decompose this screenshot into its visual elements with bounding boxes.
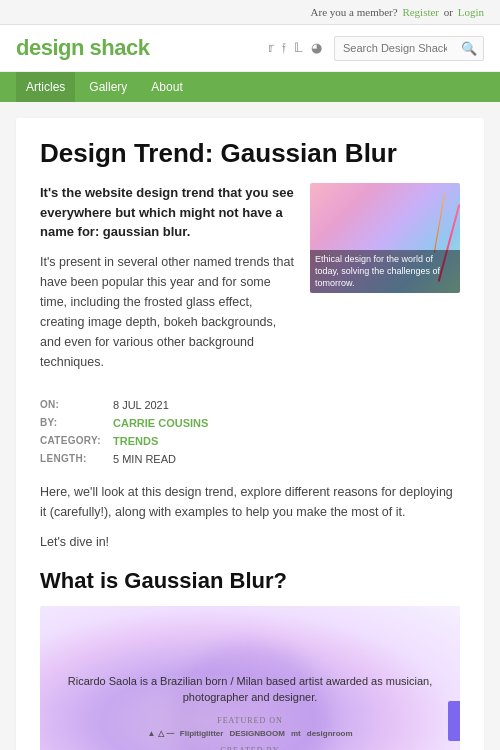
- header-right: 𝕣 𝔣 𝕃 ◕ 🔍: [268, 36, 484, 61]
- search-box[interactable]: 🔍: [334, 36, 484, 61]
- meta-row-by: BY: CARRIE COUSINS: [40, 414, 460, 432]
- section1-heading: What is Gaussian Blur?: [40, 568, 460, 594]
- logo-part2: shack: [90, 35, 150, 60]
- content-wrapper: Design Trend: Gaussian Blur It's the web…: [0, 102, 500, 750]
- intro-para1: It's present in several other named tren…: [40, 252, 294, 372]
- meta-row-len: LENGTH: 5 MIN READ: [40, 450, 460, 468]
- meta-by-value: CARRIE COUSINS: [113, 417, 208, 429]
- header: design shack 𝕣 𝔣 𝕃 ◕ 🔍: [0, 25, 500, 72]
- demo-created-label: CREATED BY: [50, 746, 450, 750]
- article-intro-text: It's the website design trend that you s…: [40, 183, 294, 382]
- meta-row-cat: CATEGORY: TRENDS: [40, 432, 460, 450]
- hero-image: Ethical design for the world of today, s…: [310, 183, 460, 293]
- meta-cat-value: TRENDS: [113, 435, 158, 447]
- body-para3: Let's dive in!: [40, 532, 460, 552]
- demo-logo-1: ▲ △ ⸻: [147, 729, 173, 738]
- pinterest-icon[interactable]: 𝕃: [294, 40, 303, 56]
- demo-logo-designboom: DESIGNBOOM: [229, 729, 285, 738]
- body-para2: Here, we'll look at this design trend, e…: [40, 482, 460, 522]
- logo[interactable]: design shack: [16, 35, 149, 61]
- top-bar: Are you a member? Register or Login: [0, 0, 500, 25]
- hero-image-caption: Ethical design for the world of today, s…: [310, 250, 460, 293]
- demo-bio-text: Ricardo Saola is a Brazilian born / Mila…: [50, 673, 450, 706]
- rss-icon[interactable]: ◕: [311, 40, 322, 56]
- nav-articles[interactable]: Articles: [16, 72, 75, 102]
- nav-gallery[interactable]: Gallery: [79, 72, 137, 102]
- article-intro: It's the website design trend that you s…: [40, 183, 460, 382]
- meta-row-on: ON: 8 JUL 2021: [40, 396, 460, 414]
- nav-about[interactable]: About: [141, 72, 192, 102]
- register-link[interactable]: Register: [402, 6, 439, 18]
- social-icons: 𝕣 𝔣 𝕃 ◕: [268, 40, 322, 56]
- search-button[interactable]: 🔍: [455, 37, 483, 60]
- demo-featured-label: FEATURED ON: [50, 716, 450, 725]
- demo-logos-row: ▲ △ ⸻ Flipitiglitter DESIGNBOOM mt desig…: [50, 729, 450, 738]
- demo-logo-designroom: designroom: [307, 729, 353, 738]
- demo-logo-mt: mt: [291, 729, 301, 738]
- login-link[interactable]: Login: [458, 6, 484, 18]
- demo-image-1: Ricardo Saola is a Brazilian born / Mila…: [40, 606, 460, 750]
- demo-bg: Ricardo Saola is a Brazilian born / Mila…: [40, 606, 460, 750]
- demo-content-box: Ricardo Saola is a Brazilian born / Mila…: [40, 663, 460, 750]
- intro-bold-text: It's the website design trend that you s…: [40, 183, 294, 242]
- meta-table: ON: 8 JUL 2021 BY: CARRIE COUSINS CATEGO…: [40, 396, 460, 468]
- article-card: Design Trend: Gaussian Blur It's the web…: [16, 118, 484, 750]
- search-input[interactable]: [335, 38, 455, 58]
- twitter-icon[interactable]: 𝕣: [268, 40, 274, 56]
- meta-len-value: 5 MIN READ: [113, 453, 176, 465]
- meta-cat-label: CATEGORY:: [40, 435, 105, 447]
- logo-part1: design: [16, 35, 84, 60]
- topbar-text: Are you a member?: [311, 6, 398, 18]
- meta-len-label: LENGTH:: [40, 453, 105, 465]
- article-title: Design Trend: Gaussian Blur: [40, 138, 460, 169]
- meta-on-value: 8 JUL 2021: [113, 399, 169, 411]
- meta-on-label: ON:: [40, 399, 105, 411]
- hero-line2-decoration: [434, 194, 445, 253]
- article-body: Here, we'll look at this design trend, e…: [40, 482, 460, 552]
- demo-logo-flipit: Flipitiglitter: [180, 729, 224, 738]
- meta-by-label: BY:: [40, 417, 105, 429]
- facebook-icon[interactable]: 𝔣: [282, 40, 286, 56]
- topbar-or: or: [444, 6, 453, 18]
- nav: Articles Gallery About: [0, 72, 500, 102]
